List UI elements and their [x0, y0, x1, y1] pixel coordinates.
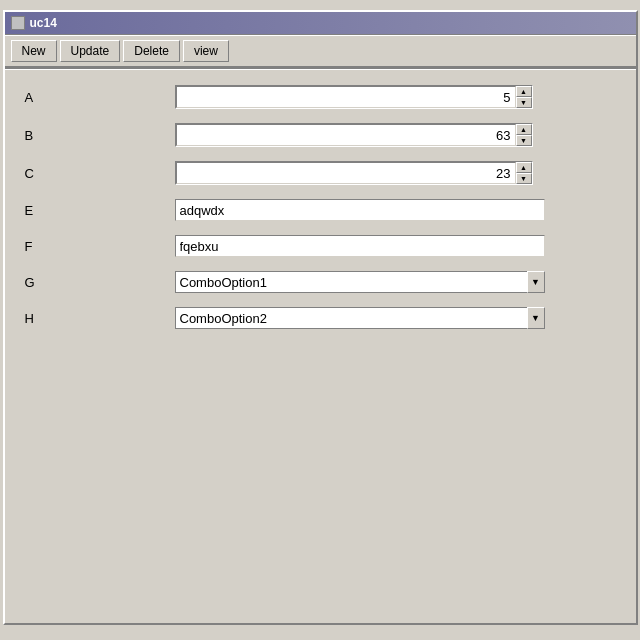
spinner-buttons-a: ▲ ▼	[516, 86, 532, 108]
field-row-g: G ▼	[25, 271, 616, 293]
field-row-h: H ▼	[25, 307, 616, 329]
spinner-down-c[interactable]: ▼	[516, 173, 532, 184]
combo-input-g[interactable]	[175, 271, 527, 293]
spinner-buttons-b: ▲ ▼	[516, 124, 532, 146]
field-row-c: C ▲ ▼	[25, 161, 616, 185]
label-c: C	[25, 166, 175, 181]
spinner-input-c[interactable]	[176, 162, 516, 184]
spinner-c: ▲ ▼	[175, 161, 533, 185]
text-input-e[interactable]	[175, 199, 545, 221]
label-h: H	[25, 311, 175, 326]
spinner-input-a[interactable]	[176, 86, 516, 108]
spinner-buttons-c: ▲ ▼	[516, 162, 532, 184]
combo-input-h[interactable]	[175, 307, 527, 329]
form-content: A ▲ ▼ B ▲ ▼ C	[5, 70, 636, 623]
label-b: B	[25, 128, 175, 143]
title-bar-icon	[11, 16, 25, 30]
spinner-up-a[interactable]: ▲	[516, 86, 532, 97]
combo-h: ▼	[175, 307, 545, 329]
new-button[interactable]: New	[11, 40, 57, 62]
window-title: uc14	[30, 16, 57, 30]
label-f: F	[25, 239, 175, 254]
field-row-b: B ▲ ▼	[25, 123, 616, 147]
spinner-a: ▲ ▼	[175, 85, 533, 109]
title-bar: uc14	[5, 12, 636, 34]
combo-g: ▼	[175, 271, 545, 293]
spinner-up-c[interactable]: ▲	[516, 162, 532, 173]
update-button[interactable]: Update	[60, 40, 121, 62]
spinner-b: ▲ ▼	[175, 123, 533, 147]
label-a: A	[25, 90, 175, 105]
view-button[interactable]: view	[183, 40, 229, 62]
field-row-a: A ▲ ▼	[25, 85, 616, 109]
delete-button[interactable]: Delete	[123, 40, 180, 62]
spinner-up-b[interactable]: ▲	[516, 124, 532, 135]
main-window: uc14 New Update Delete view A ▲ ▼ B	[3, 10, 638, 625]
spinner-down-b[interactable]: ▼	[516, 135, 532, 146]
label-e: E	[25, 203, 175, 218]
combo-dropdown-h[interactable]: ▼	[527, 307, 545, 329]
combo-dropdown-g[interactable]: ▼	[527, 271, 545, 293]
spinner-input-b[interactable]	[176, 124, 516, 146]
toolbar: New Update Delete view	[5, 36, 636, 68]
spinner-down-a[interactable]: ▼	[516, 97, 532, 108]
text-input-f[interactable]	[175, 235, 545, 257]
label-g: G	[25, 275, 175, 290]
field-row-e: E	[25, 199, 616, 221]
field-row-f: F	[25, 235, 616, 257]
